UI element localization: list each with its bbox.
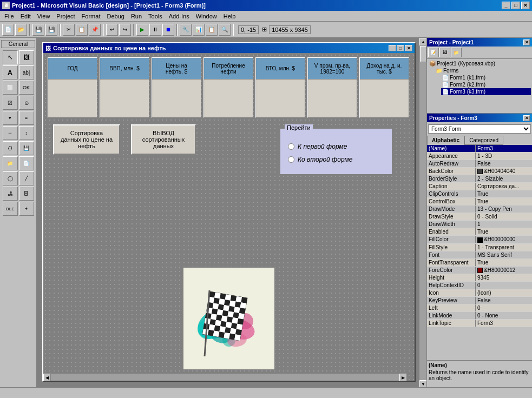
prop-row-keypreview[interactable]: KeyPreview False — [427, 297, 532, 304]
prop-row-clipcontrols[interactable]: ClipControls True — [427, 190, 532, 198]
prop-row-helpcontextid[interactable]: HelpContextID 0 — [427, 282, 532, 289]
toolbar-copy[interactable]: 📋 — [76, 24, 88, 36]
tab-categorized[interactable]: Categorized — [464, 136, 503, 145]
form-minimize-btn[interactable]: _ — [389, 45, 396, 51]
prop-row-name[interactable]: (Name) Form3 — [427, 145, 532, 152]
prop-row-backcolor[interactable]: BackColor &H00404040 — [427, 168, 532, 175]
prop-row-drawwidth[interactable]: DrawWidth 1 — [427, 221, 532, 228]
tool-frame[interactable]: ⬜ — [3, 81, 18, 95]
menu-run[interactable]: Run — [128, 12, 145, 21]
toolbar-undo[interactable]: ↩ — [106, 24, 118, 36]
prop-row-icon[interactable]: Icon (Icon) — [427, 289, 532, 297]
menu-tools[interactable]: Tools — [145, 12, 166, 21]
tool-file[interactable]: 📄 — [19, 156, 34, 170]
menu-edit[interactable]: Edit — [17, 12, 34, 21]
scroll-up-btn[interactable]: ▲ — [419, 38, 426, 45]
toolbar-btn7[interactable]: 📊 — [193, 24, 205, 36]
form-close-btn[interactable]: ✕ — [405, 45, 412, 51]
toolbar-save2[interactable]: 💾 — [45, 24, 57, 36]
tool-shape[interactable]: ◯ — [3, 171, 18, 185]
sort-button[interactable]: Сортировкаданных по цене нанефть — [53, 124, 120, 155]
toolbar-cut[interactable]: ✂ — [63, 24, 75, 36]
tool-ole[interactable]: OLE — [3, 202, 18, 216]
menu-project[interactable]: Project — [53, 12, 78, 21]
scroll-thumb[interactable] — [420, 46, 426, 62]
toolbar-paste[interactable]: 📌 — [89, 24, 101, 36]
tool-extra[interactable]: + — [19, 202, 34, 216]
tree-form1[interactable]: 📄 Form1 (k1.frm) — [441, 74, 531, 81]
toolbar-pause[interactable]: ⏸ — [149, 24, 161, 36]
tool-picture[interactable]: 🖼 — [19, 50, 34, 64]
project-view-form[interactable]: 🖼 — [439, 48, 450, 57]
tool-combobox[interactable]: ▾ — [3, 111, 18, 125]
menu-window[interactable]: Window — [193, 12, 220, 21]
tab-alphabetic[interactable]: Alphabetic — [427, 136, 464, 145]
menu-debug[interactable]: Debug — [103, 12, 127, 21]
prop-row-enabled[interactable]: Enabled True — [427, 228, 532, 236]
menu-addins[interactable]: Add-Ins — [166, 12, 193, 21]
tool-listbox[interactable]: ≡ — [19, 111, 34, 125]
prop-row-fillcolor[interactable]: FillColor &H00000000 — [427, 236, 532, 243]
props-close-btn[interactable]: ✕ — [523, 115, 530, 121]
project-close-btn[interactable]: ✕ — [523, 39, 530, 45]
scroll-down-btn[interactable]: ▼ — [419, 380, 426, 387]
toolbar-btn8[interactable]: 📋 — [206, 24, 218, 36]
prop-row-controlbox[interactable]: ControlBox True — [427, 198, 532, 205]
prop-row-autoredraw[interactable]: AutoRedraw False — [427, 160, 532, 168]
tool-timer[interactable]: ⏱ — [3, 141, 18, 155]
tool-textbox[interactable]: ab| — [19, 65, 34, 79]
prop-row-linkmode[interactable]: LinkMode 0 - None — [427, 312, 532, 320]
output-button[interactable]: ВЫВОДсортированныхданных — [131, 124, 196, 155]
radio1-control[interactable] — [288, 143, 294, 150]
scroll-left-btn[interactable]: ◀ — [43, 374, 51, 381]
project-view-code[interactable]: 📝 — [428, 48, 439, 57]
prop-row-linktopic[interactable]: LinkTopic Form3 — [427, 320, 532, 327]
toolbar-run[interactable]: ▶ — [136, 24, 148, 36]
prop-row-borderstyle[interactable]: BorderStyle 2 - Sizable — [427, 175, 532, 183]
project-toggle-folders[interactable]: 📁 — [451, 48, 462, 57]
minimize-button[interactable]: _ — [502, 2, 510, 9]
toolbar-btn6[interactable]: 🔧 — [180, 24, 192, 36]
prop-row-fillstyle[interactable]: FillStyle 1 - Transparent — [427, 244, 532, 251]
prop-row-drawstyle[interactable]: DrawStyle 0 - Solid — [427, 213, 532, 221]
menu-help[interactable]: Help — [220, 12, 239, 21]
tool-hscroll[interactable]: ↔ — [3, 126, 18, 140]
tree-project[interactable]: 📦 Project1 (Курсовая.vbp) — [428, 60, 531, 67]
scroll-right-btn[interactable]: ▶ — [399, 374, 407, 381]
tool-select[interactable]: ↖ — [3, 50, 18, 64]
hscrollbar[interactable]: ◀ ▶ — [43, 373, 407, 381]
tool-commandbtn[interactable]: OK — [19, 81, 34, 95]
maximize-button[interactable]: □ — [511, 2, 520, 9]
tool-radio[interactable]: ⊙ — [19, 96, 34, 110]
tool-data[interactable]: 🗄 — [19, 187, 34, 201]
menu-format[interactable]: Format — [78, 12, 104, 21]
toolbar-btn9[interactable]: 🔍 — [219, 24, 231, 36]
prop-row-left[interactable]: Left 0 — [427, 304, 532, 312]
tool-dir[interactable]: 📁 — [3, 156, 18, 170]
radio2-control[interactable] — [288, 156, 294, 163]
menu-file[interactable]: File — [1, 12, 17, 21]
vscrollbar[interactable]: ▲ ▼ — [419, 38, 426, 387]
toolbar-stop[interactable]: ⏹ — [162, 24, 174, 36]
prop-row-caption[interactable]: Caption Сортировка да... — [427, 183, 532, 190]
prop-row-appearance[interactable]: Appearance 1 - 3D — [427, 152, 532, 160]
menu-view[interactable]: View — [34, 12, 54, 21]
form-maximize-btn[interactable]: □ — [397, 45, 404, 51]
tool-drive[interactable]: 💾 — [19, 141, 34, 155]
toolbar-redo[interactable]: ↪ — [119, 24, 131, 36]
toolbar-save[interactable]: 💾 — [32, 24, 44, 36]
tool-checkbox[interactable]: ☑ — [3, 96, 18, 110]
prop-row-drawmode[interactable]: DrawMode 13 - Copy Pen — [427, 205, 532, 213]
toolbar-new[interactable]: 📄 — [2, 24, 14, 36]
tool-label[interactable]: A — [3, 65, 18, 79]
toolbar-open[interactable]: 📂 — [15, 24, 27, 36]
tool-line[interactable]: ╱ — [19, 171, 34, 185]
prop-row-height[interactable]: Height 9345 — [427, 274, 532, 282]
prop-row-fonttransparent[interactable]: FontTransparent True — [427, 259, 532, 267]
prop-row-forecolor[interactable]: ForeColor &H80000012 — [427, 267, 532, 274]
tool-image[interactable]: 🏞 — [3, 187, 18, 201]
tree-form3[interactable]: 📄 Form3 (k3.frm) — [441, 88, 531, 95]
tree-form2[interactable]: 📄 Form2 (k2.frm) — [441, 81, 531, 88]
tool-vscroll[interactable]: ↕ — [19, 126, 34, 140]
prop-row-font[interactable]: Font MS Sans Serif — [427, 251, 532, 259]
